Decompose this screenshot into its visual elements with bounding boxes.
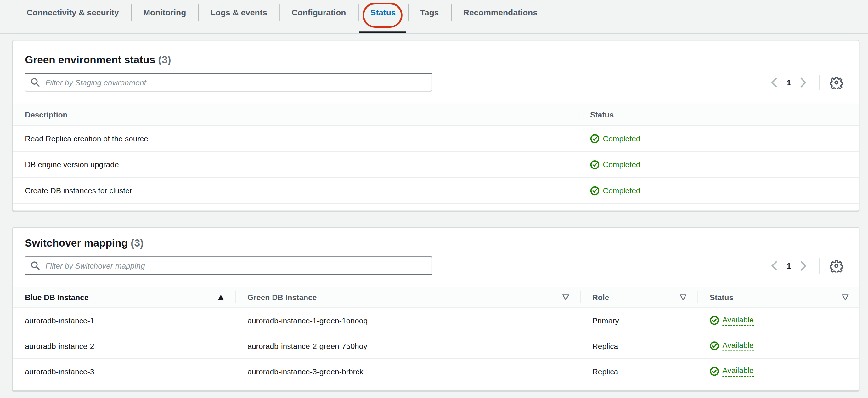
check-circle-icon bbox=[710, 316, 719, 325]
pagination-controls: 1 bbox=[771, 74, 843, 90]
tab-tags[interactable]: Tags bbox=[408, 1, 451, 25]
status-text: Completed bbox=[603, 160, 640, 169]
panel-toolbar: 1 bbox=[12, 250, 859, 275]
gear-icon bbox=[830, 259, 843, 272]
panel-title: Green environment status (3) bbox=[12, 40, 859, 67]
description-cell: DB engine version upgrade bbox=[12, 152, 578, 177]
switchover-mapping-panel: Switchover mapping (3) 1 bbox=[12, 227, 859, 391]
status-cell: Completed bbox=[578, 152, 860, 177]
previous-page-button[interactable] bbox=[771, 260, 778, 271]
staging-filter-input[interactable] bbox=[25, 73, 432, 91]
green-environment-status-table: Description Status Read Replica creation… bbox=[12, 103, 859, 204]
previous-page-button[interactable] bbox=[771, 77, 778, 88]
status-cell: Completed bbox=[578, 126, 860, 151]
green-db-instance-cell: auroradb-instance-3-green-brbrck bbox=[236, 359, 580, 384]
current-page-number[interactable]: 1 bbox=[787, 78, 791, 87]
toolbar-divider bbox=[819, 74, 820, 90]
status-cell: Available bbox=[698, 359, 860, 384]
preferences-button[interactable] bbox=[830, 259, 843, 272]
panel-title: Switchover mapping (3) bbox=[12, 228, 859, 250]
toolbar-divider bbox=[819, 258, 820, 273]
column-header-status: Status bbox=[578, 104, 860, 125]
chevron-right-icon bbox=[800, 77, 807, 88]
chevron-left-icon bbox=[771, 77, 778, 88]
table-row: Read Replica creation of the source Comp… bbox=[12, 126, 859, 152]
switchover-filter bbox=[25, 256, 432, 275]
green-environment-status-panel: Green environment status (3) 1 bbox=[12, 40, 859, 211]
switchover-mapping-table: Blue DB Instance Green DB Instance Role bbox=[12, 287, 859, 385]
column-header-role[interactable]: Role bbox=[580, 287, 698, 307]
tab-logs-and-events[interactable]: Logs & events bbox=[198, 1, 279, 25]
table-header-row: Description Status bbox=[12, 103, 859, 126]
table-row: auroradb-instance-3 auroradb-instance-3-… bbox=[12, 359, 859, 385]
panel-toolbar: 1 bbox=[12, 67, 859, 91]
status-text: Completed bbox=[603, 134, 640, 143]
current-page-number[interactable]: 1 bbox=[787, 261, 791, 270]
tab-connectivity-and-security[interactable]: Connectivity & security bbox=[14, 1, 131, 25]
chevron-right-icon bbox=[800, 260, 807, 271]
blue-db-instance-cell: auroradb-instance-1 bbox=[12, 308, 235, 333]
pagination-controls: 1 bbox=[771, 258, 843, 273]
chevron-left-icon bbox=[771, 260, 778, 271]
detail-tabs: Connectivity & security Monitoring Logs … bbox=[0, 0, 868, 34]
panel-title-text: Switchover mapping bbox=[25, 237, 128, 249]
rds-blue-green-detail-page: Connectivity & security Monitoring Logs … bbox=[0, 0, 868, 398]
sortable-icon bbox=[680, 295, 686, 300]
status-link[interactable]: Available bbox=[722, 341, 753, 351]
switchover-filter-input[interactable] bbox=[25, 256, 432, 275]
column-header-green-db-instance[interactable]: Green DB Instance bbox=[236, 287, 580, 307]
check-circle-icon bbox=[590, 134, 599, 143]
column-label: Green DB Instance bbox=[247, 293, 317, 302]
blue-db-instance-cell: auroradb-instance-2 bbox=[12, 333, 235, 358]
table-row: DB engine version upgrade Completed bbox=[12, 152, 859, 178]
description-cell: Read Replica creation of the source bbox=[12, 126, 578, 151]
next-page-button[interactable] bbox=[800, 260, 807, 271]
role-cell: Primary bbox=[580, 308, 698, 333]
column-header-status[interactable]: Status bbox=[698, 287, 860, 307]
staging-filter bbox=[25, 73, 432, 91]
green-db-instance-cell: auroradb-instance-1-green-1onooq bbox=[236, 308, 580, 333]
check-circle-icon bbox=[710, 341, 719, 350]
table-header-row: Blue DB Instance Green DB Instance Role bbox=[12, 287, 859, 308]
status-link[interactable]: Available bbox=[722, 366, 753, 376]
preferences-button[interactable] bbox=[830, 75, 843, 89]
column-label: Role bbox=[592, 293, 609, 302]
tab-monitoring[interactable]: Monitoring bbox=[131, 1, 198, 25]
tab-status-label: Status bbox=[370, 8, 396, 17]
column-label: Status bbox=[710, 293, 733, 302]
tab-recommendations[interactable]: Recommendations bbox=[451, 1, 550, 25]
status-text: Completed bbox=[603, 186, 640, 195]
tab-status[interactable]: Status bbox=[358, 1, 408, 25]
blue-db-instance-cell: auroradb-instance-3 bbox=[12, 359, 235, 384]
tab-configuration[interactable]: Configuration bbox=[279, 1, 358, 25]
status-cell: Completed bbox=[578, 178, 860, 204]
column-header-description: Description bbox=[12, 104, 578, 125]
green-db-instance-cell: auroradb-instance-2-green-750hoy bbox=[236, 333, 580, 358]
status-cell: Available bbox=[698, 333, 860, 358]
sort-ascending-icon bbox=[217, 295, 224, 300]
table-row: Create DB instances for cluster Complete… bbox=[12, 178, 859, 204]
gear-icon bbox=[830, 75, 843, 89]
status-link[interactable]: Available bbox=[722, 315, 753, 326]
panel-count-badge: (3) bbox=[131, 237, 144, 249]
sortable-icon bbox=[842, 295, 848, 300]
next-page-button[interactable] bbox=[800, 77, 807, 88]
column-label: Blue DB Instance bbox=[25, 293, 89, 302]
role-cell: Replica bbox=[580, 333, 698, 358]
check-circle-icon bbox=[590, 186, 599, 195]
table-row: auroradb-instance-2 auroradb-instance-2-… bbox=[12, 333, 859, 359]
check-circle-icon bbox=[710, 367, 719, 376]
check-circle-icon bbox=[590, 160, 599, 169]
role-cell: Replica bbox=[580, 359, 698, 384]
panel-title-text: Green environment status bbox=[25, 54, 155, 65]
status-cell: Available bbox=[698, 308, 860, 333]
table-row: auroradb-instance-1 auroradb-instance-1-… bbox=[12, 308, 859, 333]
sortable-icon bbox=[562, 295, 569, 300]
description-cell: Create DB instances for cluster bbox=[12, 178, 578, 204]
column-header-blue-db-instance[interactable]: Blue DB Instance bbox=[12, 287, 235, 307]
panel-count-badge: (3) bbox=[158, 54, 171, 65]
